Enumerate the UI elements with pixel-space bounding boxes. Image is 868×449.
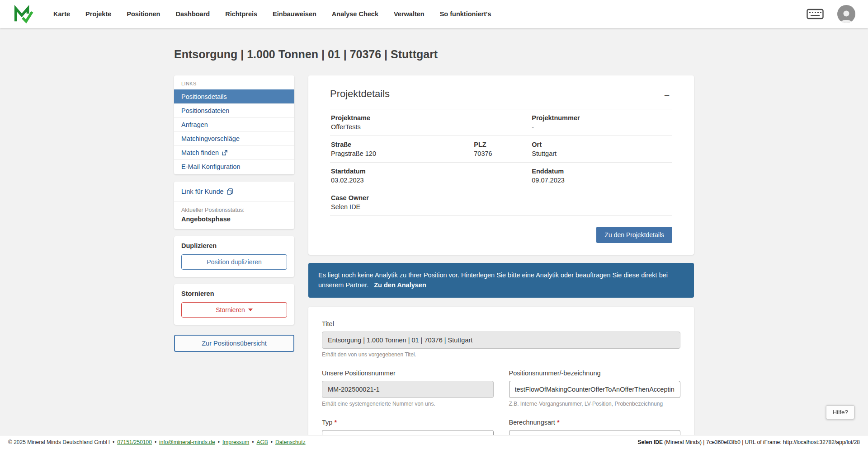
nav-item-richtpreis[interactable]: Richtpreis bbox=[225, 10, 257, 18]
go-to-project-details-button[interactable]: Zu den Projektdetails bbox=[596, 227, 672, 243]
field-label: Projektname bbox=[331, 114, 532, 122]
titel-helper: Erhält den von uns vorgegebenen Titel. bbox=[322, 351, 680, 358]
typ-label-text: Typ bbox=[322, 419, 332, 426]
typ-label: Typ* bbox=[322, 419, 494, 426]
project-detail-row: Case Owner Selen IDE bbox=[330, 189, 672, 216]
field-case-owner: Case Owner Selen IDE bbox=[331, 194, 671, 210]
project-details-card: Projektdetails – Projektname OfferTests … bbox=[308, 75, 694, 255]
titel-label: Titel bbox=[322, 320, 680, 327]
sidebar-item-label: Matchingvorschläge bbox=[181, 135, 240, 142]
nav-item-analyse-check[interactable]: Analyse Check bbox=[332, 10, 378, 18]
bezeichnung-input[interactable] bbox=[509, 381, 681, 398]
field-label: Case Owner bbox=[331, 194, 671, 201]
project-detail-row: Straße Pragstraße 120 PLZ 70376 Ort Stut… bbox=[330, 136, 672, 163]
agb-link[interactable]: AGB bbox=[256, 439, 268, 445]
field-strasse: Straße Pragstraße 120 bbox=[331, 141, 474, 157]
impressum-link[interactable]: Impressum bbox=[222, 439, 249, 445]
field-label: Startdatum bbox=[331, 168, 532, 175]
berechnungsart-label: Berechnungsart* bbox=[509, 419, 681, 426]
required-asterisk: * bbox=[334, 419, 337, 426]
datenschutz-link[interactable]: Datenschutz bbox=[275, 439, 306, 445]
sidebar-item-positionsdateien[interactable]: Positionsdateien bbox=[174, 103, 294, 117]
nav-item-dashboard[interactable]: Dashboard bbox=[175, 10, 210, 18]
sidebar-item-label: Positionsdateien bbox=[181, 107, 229, 114]
nav-item-positionen[interactable]: Positionen bbox=[127, 10, 160, 18]
keyboard-icon[interactable] bbox=[807, 9, 824, 19]
top-navbar: Karte Projekte Positionen Dashboard Rich… bbox=[0, 0, 868, 28]
positionsnummer-field-group: Unsere Positionsnummer Erhält eine syste… bbox=[322, 369, 494, 407]
field-enddatum: Enddatum 09.07.2023 bbox=[532, 168, 671, 184]
position-status-value: Angebotsphase bbox=[181, 215, 287, 223]
field-startdatum: Startdatum 03.02.2023 bbox=[331, 168, 532, 184]
cancel-position-button[interactable]: Stornieren bbox=[181, 302, 287, 318]
bezeichnung-helper: Z.B. Interne-Vorgangsnummer, LV-Position… bbox=[509, 401, 681, 407]
titel-field-group: Titel Erhält den von uns vorgegebenen Ti… bbox=[322, 320, 680, 358]
sidebar-item-matchingvorschlaege[interactable]: Matchingvorschläge bbox=[174, 131, 294, 145]
sidebar: LINKS Positionsdetails Positionsdateien … bbox=[174, 75, 294, 352]
nav-item-einbauweisen[interactable]: Einbauweisen bbox=[273, 10, 316, 18]
field-label: Ort bbox=[532, 141, 671, 148]
sidebar-item-anfragen[interactable]: Anfragen bbox=[174, 117, 294, 131]
field-value: 70376 bbox=[474, 150, 532, 157]
nav-item-so-funktionierts[interactable]: So funktioniert's bbox=[440, 10, 491, 18]
external-link-icon bbox=[222, 150, 227, 156]
sidebar-item-label: Anfragen bbox=[181, 121, 208, 128]
sidebar-item-label: E-Mail Konfiguration bbox=[181, 163, 241, 170]
field-value: - bbox=[532, 123, 671, 131]
position-form-card: Titel Erhält den von uns vorgegebenen Ti… bbox=[308, 307, 694, 449]
field-ort: Ort Stuttgart bbox=[532, 141, 671, 157]
field-projektname: Projektname OfferTests bbox=[331, 114, 532, 131]
mineral-minds-logo[interactable] bbox=[13, 4, 35, 24]
sidebar-item-label: Match finden bbox=[181, 149, 219, 156]
phone-link[interactable]: 07151/250100 bbox=[117, 439, 152, 445]
divider bbox=[174, 201, 294, 201]
chevron-down-icon bbox=[248, 309, 253, 311]
field-projektnummer: Projektnummer - bbox=[532, 114, 671, 131]
field-value: Selen IDE bbox=[331, 203, 671, 210]
bezeichnung-label: Positionsnummer/-bezeichnung bbox=[509, 369, 681, 377]
page-title: Entsorgung | 1.000 Tonnen | 01 | 70376 |… bbox=[174, 48, 694, 61]
nav-item-projekte[interactable]: Projekte bbox=[85, 10, 111, 18]
positionsnummer-helper: Erhält eine systemgenerierte Nummer von … bbox=[322, 401, 494, 407]
field-value: 09.07.2023 bbox=[532, 177, 671, 184]
customer-link-label: Link für Kunde bbox=[181, 188, 224, 195]
field-label: Projektnummer bbox=[532, 114, 671, 122]
field-value: OfferTests bbox=[331, 123, 532, 131]
separator: • bbox=[252, 439, 254, 445]
cancel-button-label: Stornieren bbox=[216, 306, 245, 313]
sidebar-item-match-finden[interactable]: Match finden bbox=[174, 145, 294, 159]
field-value: 03.02.2023 bbox=[331, 177, 532, 184]
field-label: Straße bbox=[331, 141, 474, 148]
positionsnummer-label: Unsere Positionsnummer bbox=[322, 369, 494, 377]
go-to-analyses-link[interactable]: Zu den Analysen bbox=[374, 281, 426, 289]
project-detail-row: Startdatum 03.02.2023 Enddatum 09.07.202… bbox=[330, 163, 672, 189]
logo-icon bbox=[13, 5, 33, 23]
bezeichnung-field-group: Positionsnummer/-bezeichnung Z.B. Intern… bbox=[509, 369, 681, 407]
position-status-label: Aktueller Positionsstatus: bbox=[181, 207, 287, 213]
collapse-button[interactable]: – bbox=[661, 89, 672, 100]
main-navigation: Karte Projekte Positionen Dashboard Rich… bbox=[53, 10, 491, 18]
duplicate-position-button[interactable]: Position duplizieren bbox=[181, 254, 287, 270]
copy-icon bbox=[227, 188, 233, 195]
required-asterisk: * bbox=[557, 419, 560, 426]
nav-item-karte[interactable]: Karte bbox=[53, 10, 70, 18]
sidebar-item-email-konfiguration[interactable]: E-Mail Konfiguration bbox=[174, 159, 294, 173]
user-avatar[interactable] bbox=[837, 5, 855, 23]
field-value: Stuttgart bbox=[532, 150, 671, 157]
nav-item-verwalten[interactable]: Verwalten bbox=[394, 10, 425, 18]
sidebar-item-label: Positionsdetails bbox=[181, 93, 227, 100]
session-details: (Mineral Minds) | 7ce360e83fb0 | URL of … bbox=[664, 439, 860, 445]
separator: • bbox=[155, 439, 156, 445]
analytics-info-banner: Es liegt noch keine Analytik zu Ihrer Po… bbox=[308, 263, 694, 298]
field-value: Pragstraße 120 bbox=[331, 150, 474, 157]
sidebar-item-positionsdetails[interactable]: Positionsdetails bbox=[174, 89, 294, 103]
email-link[interactable]: info@mineral-minds.de bbox=[159, 439, 215, 445]
copyright-text: © 2025 Mineral Minds Deutschland GmbH bbox=[8, 439, 110, 445]
titel-input bbox=[322, 332, 680, 349]
field-label: PLZ bbox=[474, 141, 532, 148]
position-overview-button[interactable]: Zur Positionsübersicht bbox=[174, 335, 294, 352]
customer-link[interactable]: Link für Kunde bbox=[181, 188, 233, 195]
footer: © 2025 Mineral Minds Deutschland GmbH • … bbox=[0, 435, 868, 449]
field-plz: PLZ 70376 bbox=[474, 141, 532, 157]
help-button[interactable]: Hilfe? bbox=[826, 405, 854, 419]
